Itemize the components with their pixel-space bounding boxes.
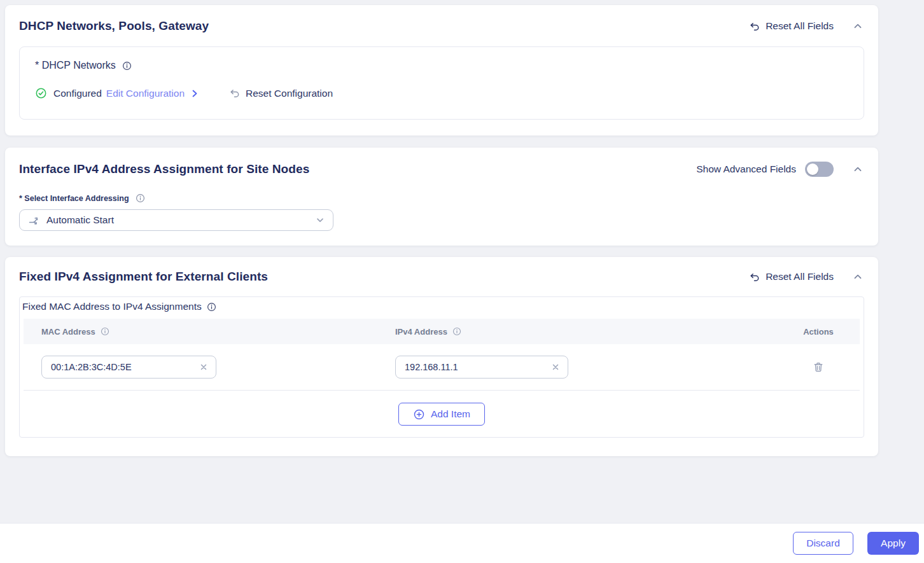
card-dhcp-header: DHCP Networks, Pools, Gateway Reset All … [19, 19, 864, 33]
card-fixed-ipv4: Fixed IPv4 Assignment for External Clien… [5, 257, 878, 456]
interface-addressing-label-row: * Select Interface Addressing [19, 193, 864, 203]
undo-arrow-icon [749, 21, 760, 32]
card-dhcp-networks: DHCP Networks, Pools, Gateway Reset All … [5, 5, 878, 136]
show-advanced-fields-label: Show Advanced Fields [696, 163, 796, 175]
undo-arrow-icon [229, 88, 240, 99]
clear-mac-button[interactable] [198, 361, 209, 373]
interface-addressing-select[interactable]: Automatic Start [19, 209, 333, 231]
dhcp-configured-row: Configured Edit Configuration Reset Conf… [35, 87, 848, 99]
reset-all-fields-label: Reset All Fields [766, 271, 834, 282]
chevron-up-icon [853, 21, 863, 31]
ipv4-address-cell [395, 356, 777, 379]
interface-addressing-value: Automatic Start [46, 214, 309, 226]
reset-all-fields-label: Reset All Fields [766, 20, 834, 32]
fixed-assignments-title-row: Fixed MAC Address to IPv4 Assignments [20, 297, 864, 319]
trash-icon [813, 361, 824, 373]
discard-button[interactable]: Discard [793, 532, 853, 555]
x-icon [551, 363, 560, 372]
fixed-assignments-listbox: Fixed MAC Address to IPv4 Assignments MA… [19, 296, 864, 438]
apply-button[interactable]: Apply [867, 532, 919, 555]
card-dhcp-header-actions: Reset All Fields [749, 20, 864, 32]
chevron-up-icon [853, 164, 863, 174]
column-header-mac: MAC Address [41, 327, 395, 337]
dhcp-networks-label: * DHCP Networks [35, 60, 116, 71]
collapse-section-button[interactable] [851, 163, 864, 176]
action-footer: Discard Apply [0, 523, 924, 563]
card-interface-header-actions: Show Advanced Fields [696, 162, 864, 177]
branch-arrows-icon [28, 214, 39, 226]
card-dhcp-title: DHCP Networks, Pools, Gateway [19, 19, 209, 33]
add-item-row: Add Item [20, 391, 864, 438]
collapse-section-button[interactable] [851, 20, 864, 32]
edit-configuration-link[interactable]: Edit Configuration [106, 88, 185, 99]
column-header-actions: Actions [777, 327, 860, 337]
fixed-assignments-title: Fixed MAC Address to IPv4 Assignments [22, 301, 202, 312]
dhcp-networks-fieldset: * DHCP Networks Configured Edit Configur… [19, 46, 864, 120]
chevron-up-icon [853, 272, 863, 282]
info-circle-icon[interactable] [452, 327, 461, 336]
clear-ipv4-button[interactable] [550, 361, 561, 373]
mac-address-input[interactable] [51, 362, 198, 372]
ipv4-address-input[interactable] [405, 362, 550, 372]
card-fixed-title: Fixed IPv4 Assignment for External Clien… [19, 270, 268, 284]
check-circle-icon [35, 87, 47, 99]
x-icon [199, 363, 208, 372]
undo-arrow-icon [749, 272, 760, 282]
interface-addressing-label: * Select Interface Addressing [19, 194, 129, 203]
chevron-right-icon [190, 89, 199, 98]
plus-circle-icon [413, 408, 425, 421]
mac-address-input-wrap [41, 356, 216, 379]
row-actions-cell [777, 359, 860, 375]
settings-page: DHCP Networks, Pools, Gateway Reset All … [0, 0, 924, 456]
chevron-down-icon [316, 216, 325, 225]
configured-status-label: Configured [53, 88, 102, 99]
reset-all-fields-button[interactable]: Reset All Fields [749, 271, 834, 282]
add-item-button[interactable]: Add Item [398, 403, 485, 426]
collapse-section-button[interactable] [851, 270, 864, 283]
mac-address-cell [41, 356, 395, 379]
reset-all-fields-button[interactable]: Reset All Fields [749, 20, 834, 32]
ipv4-address-input-wrap [395, 356, 568, 379]
card-interface-header: Interface IPv4 Address Assignment for Si… [19, 162, 864, 177]
reset-configuration-button[interactable]: Reset Configuration [229, 88, 333, 99]
card-interface-ipv4: Interface IPv4 Address Assignment for Si… [5, 148, 878, 246]
info-circle-icon[interactable] [207, 302, 216, 312]
card-interface-title: Interface IPv4 Address Assignment for Si… [19, 162, 309, 176]
ipv4-address-header-label: IPv4 Address [395, 327, 447, 337]
info-circle-icon[interactable] [101, 327, 109, 336]
table-row [24, 344, 860, 390]
add-item-label: Add Item [431, 408, 470, 420]
advanced-fields-toggle[interactable] [805, 162, 834, 177]
toggle-knob [807, 163, 818, 175]
column-header-ipv4: IPv4 Address [395, 327, 777, 337]
mac-address-header-label: MAC Address [41, 327, 95, 337]
info-circle-icon[interactable] [136, 193, 145, 203]
reset-configuration-label: Reset Configuration [246, 88, 333, 99]
delete-row-button[interactable] [811, 359, 826, 375]
info-circle-icon[interactable] [122, 61, 132, 71]
card-fixed-header-actions: Reset All Fields [749, 270, 864, 283]
table-header-row: MAC Address IPv4 Address Actions [24, 319, 860, 344]
card-fixed-header: Fixed IPv4 Assignment for External Clien… [19, 270, 864, 284]
dhcp-networks-label-row: * DHCP Networks [35, 60, 848, 71]
